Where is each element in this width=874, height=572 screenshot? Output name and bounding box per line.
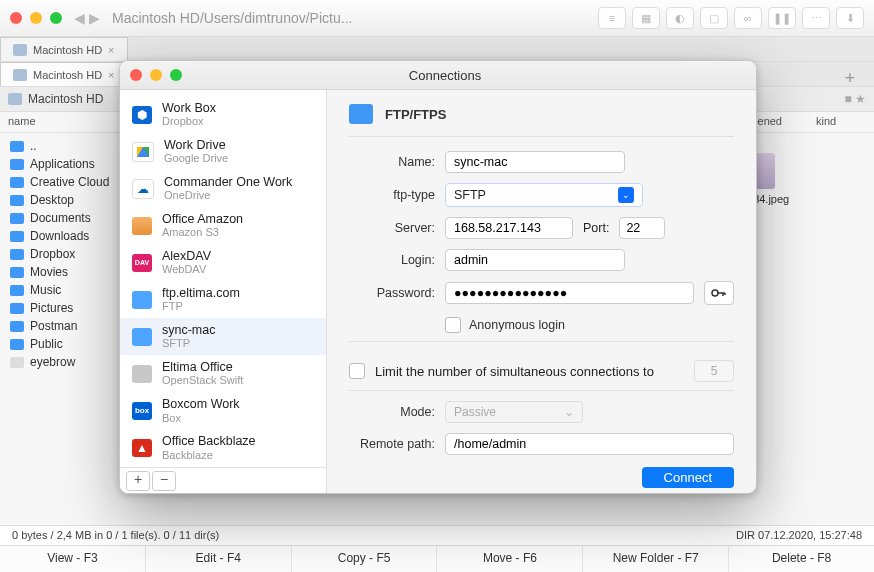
connection-subtitle: Google Drive <box>164 152 228 165</box>
connection-title: Boxcom Work <box>162 397 240 411</box>
connection-title: Work Drive <box>164 138 228 152</box>
bg-traffic-lights[interactable] <box>10 12 62 24</box>
folder-icon <box>10 177 24 188</box>
folder-icon <box>10 303 24 314</box>
anonymous-checkbox[interactable] <box>445 317 461 333</box>
file-name: Postman <box>30 319 77 333</box>
connection-item[interactable]: sync-macSFTP <box>120 318 326 355</box>
connection-subtitle: OpenStack Swift <box>162 374 243 387</box>
folder-icon <box>10 231 24 242</box>
tab[interactable]: Macintosh HD× <box>0 62 128 86</box>
server-input[interactable] <box>445 217 573 239</box>
key-button[interactable] <box>704 281 734 305</box>
login-input[interactable] <box>445 249 625 271</box>
connect-button[interactable]: Connect <box>642 467 734 488</box>
onedrive-icon: ☁ <box>132 179 154 199</box>
folder-icon <box>10 249 24 260</box>
connections-list: ⬢Work BoxDropboxWork DriveGoogle Drive☁C… <box>120 90 327 493</box>
dropbox-icon: ⬢ <box>132 106 152 124</box>
folder-icon <box>10 321 24 332</box>
col-kind[interactable]: kind <box>808 112 874 132</box>
add-tab-icon[interactable]: + <box>840 68 860 88</box>
mode-label: Mode: <box>349 405 435 419</box>
back-icon[interactable]: ◀ <box>74 10 85 26</box>
fn-button[interactable]: Delete - F8 <box>729 546 874 572</box>
connection-item[interactable]: ▲Office BackblazeBackblaze <box>120 429 326 466</box>
toolbar-btn[interactable]: ◐ <box>666 7 694 29</box>
connection-subtitle: Box <box>162 412 240 425</box>
dialog-title: Connections <box>144 68 746 83</box>
anonymous-label: Anonymous login <box>469 318 565 332</box>
connection-item[interactable]: boxBoxcom WorkBox <box>120 392 326 429</box>
status-right: DIR 07.12.2020, 15:27:48 <box>437 526 874 546</box>
password-label: Password: <box>349 286 435 300</box>
connection-subtitle: Dropbox <box>162 115 216 128</box>
fn-button[interactable]: Edit - F4 <box>146 546 292 572</box>
toolbar-btn[interactable]: ▦ <box>632 7 660 29</box>
name-label: Name: <box>349 155 435 169</box>
folder-icon <box>10 267 24 278</box>
fn-button[interactable]: View - F3 <box>0 546 146 572</box>
file-name: Desktop <box>30 193 74 207</box>
password-input[interactable] <box>445 282 694 304</box>
name-input[interactable] <box>445 151 625 173</box>
toolbar-btn[interactable]: ∞ <box>734 7 762 29</box>
disk-icon <box>13 69 27 81</box>
ftp-icon <box>132 328 152 346</box>
toolbar-btn[interactable]: ❚❚ <box>768 7 796 29</box>
pane-path: Macintosh HD <box>28 92 103 106</box>
connection-subtitle: SFTP <box>162 337 215 350</box>
connection-title: sync-mac <box>162 323 215 337</box>
remove-connection-button[interactable]: − <box>152 471 176 491</box>
bg-zoom-dot[interactable] <box>50 12 62 24</box>
forward-icon[interactable]: ▶ <box>89 10 100 26</box>
chevron-down-icon: ⌄ <box>564 405 574 419</box>
connection-item[interactable]: ftp.eltima.comFTP <box>120 281 326 318</box>
fn-button[interactable]: Copy - F5 <box>292 546 438 572</box>
tab-label: Macintosh HD <box>33 69 102 81</box>
box-icon: box <box>132 402 152 420</box>
connection-item[interactable]: ☁Commander One WorkOneDrive <box>120 170 326 207</box>
toolbar-btn[interactable]: ⬇ <box>836 7 864 29</box>
connection-subtitle: Backblaze <box>162 449 256 462</box>
connection-subtitle: Amazon S3 <box>162 226 243 239</box>
file-name: .. <box>30 139 37 153</box>
close-icon[interactable]: × <box>108 69 114 81</box>
connection-item[interactable]: Work DriveGoogle Drive <box>120 133 326 170</box>
remote-path-input[interactable] <box>445 433 734 455</box>
file-name: Dropbox <box>30 247 75 261</box>
gdrive-icon <box>132 142 154 162</box>
fn-button[interactable]: New Folder - F7 <box>583 546 729 572</box>
connection-item[interactable]: Eltima OfficeOpenStack Swift <box>120 355 326 392</box>
limit-checkbox[interactable] <box>349 363 365 379</box>
star-icon[interactable]: ■ ★ <box>844 92 866 106</box>
port-input[interactable] <box>619 217 665 239</box>
close-dot[interactable] <box>130 69 142 81</box>
tab[interactable]: Macintosh HD× <box>0 37 128 61</box>
toolbar-btn[interactable]: ≡ <box>598 7 626 29</box>
b2-icon: ▲ <box>132 439 152 457</box>
fn-button[interactable]: Move - F6 <box>437 546 583 572</box>
connection-title: Work Box <box>162 101 216 115</box>
server-label: Server: <box>349 221 435 235</box>
disk-icon <box>13 44 27 56</box>
add-connection-button[interactable]: + <box>126 471 150 491</box>
ftp-type-select[interactable]: SFTP ⌄ <box>445 183 643 207</box>
bg-nav[interactable]: ◀ ▶ <box>74 10 100 26</box>
folder-icon <box>10 141 24 152</box>
bg-minimize-dot[interactable] <box>30 12 42 24</box>
folder-icon <box>10 213 24 224</box>
bg-close-dot[interactable] <box>10 12 22 24</box>
chevron-down-icon: ⌄ <box>618 187 634 203</box>
close-icon[interactable]: × <box>108 44 114 56</box>
toolbar-btn[interactable]: ⋯ <box>802 7 830 29</box>
connection-item[interactable]: ⬢Work BoxDropbox <box>120 96 326 133</box>
file-name: Documents <box>30 211 91 225</box>
connection-item[interactable]: Office AmazonAmazon S3 <box>120 207 326 244</box>
connection-item[interactable]: DAVAlexDAVWebDAV <box>120 244 326 281</box>
remote-path-label: Remote path: <box>349 437 435 451</box>
connection-title: ftp.eltima.com <box>162 286 240 300</box>
s3-icon <box>132 217 152 235</box>
toolbar-btn[interactable]: ▢ <box>700 7 728 29</box>
connection-form: FTP/FTPS Name: ftp-type SFTP ⌄ Server: <box>327 90 756 493</box>
